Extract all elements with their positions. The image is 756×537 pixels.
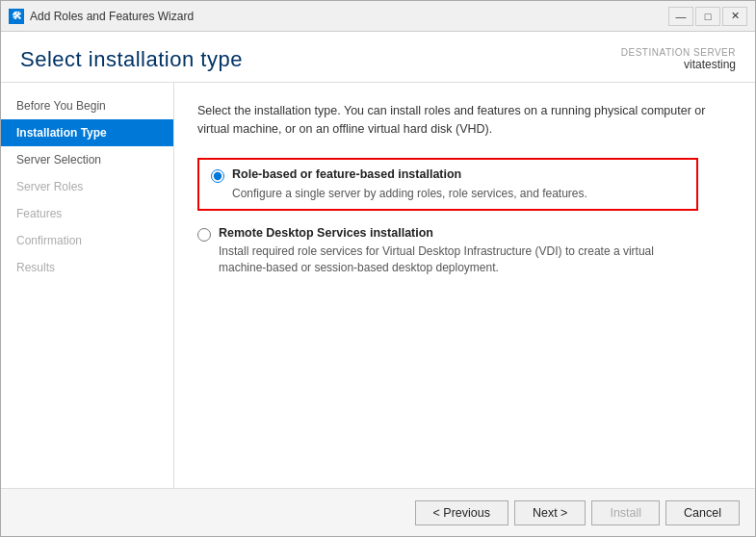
- sidebar-item-results: Results: [1, 254, 173, 281]
- window-title: Add Roles and Features Wizard: [30, 10, 668, 23]
- option-role-based-box: Role-based or feature-based installation…: [197, 158, 698, 212]
- sidebar: Before You Begin Installation Type Serve…: [1, 83, 174, 488]
- window-icon: 🛠: [9, 9, 24, 24]
- option-group: Role-based or feature-based installation…: [197, 158, 732, 276]
- description-text: Select the installation type. You can in…: [197, 102, 732, 139]
- page-header: Select installation type DESTINATION SER…: [1, 32, 755, 83]
- sidebar-item-server-selection[interactable]: Server Selection: [1, 146, 173, 173]
- wizard-window: 🛠 Add Roles and Features Wizard — □ ✕ Se…: [0, 0, 756, 537]
- install-button[interactable]: Install: [591, 500, 660, 525]
- sidebar-item-features: Features: [1, 200, 173, 227]
- maximize-button[interactable]: □: [695, 7, 720, 26]
- sidebar-item-server-roles: Server Roles: [1, 173, 173, 200]
- destination-server-info: DESTINATION SERVER vitatesting: [621, 47, 736, 71]
- option-remote-desktop-row: Remote Desktop Services installation: [197, 226, 732, 242]
- content-area: Select installation type DESTINATION SER…: [1, 32, 755, 536]
- option-role-based-label: Role-based or feature-based installation: [232, 167, 461, 181]
- sidebar-item-confirmation: Confirmation: [1, 227, 173, 254]
- cancel-button[interactable]: Cancel: [665, 500, 740, 525]
- option-role-based-row: Role-based or feature-based installation: [211, 167, 685, 183]
- option-remote-desktop-desc: Install required role services for Virtu…: [219, 243, 681, 276]
- previous-button[interactable]: < Previous: [415, 500, 508, 525]
- window-controls: — □ ✕: [668, 7, 747, 26]
- option-remote-desktop-label: Remote Desktop Services installation: [219, 226, 433, 240]
- destination-label: DESTINATION SERVER: [621, 47, 736, 58]
- sidebar-item-before-you-begin[interactable]: Before You Begin: [1, 92, 173, 119]
- option-role-based-desc: Configure a single server by adding role…: [232, 186, 685, 202]
- option-remote-desktop-radio[interactable]: [197, 228, 211, 242]
- option-remote-desktop: Remote Desktop Services installation Ins…: [197, 226, 732, 276]
- destination-name: vitatesting: [621, 58, 736, 71]
- sidebar-item-installation-type[interactable]: Installation Type: [1, 119, 173, 146]
- page-title: Select installation type: [20, 47, 243, 72]
- close-button[interactable]: ✕: [722, 7, 747, 26]
- minimize-button[interactable]: —: [668, 7, 693, 26]
- footer: < Previous Next > Install Cancel: [1, 488, 755, 536]
- option-role-based-radio[interactable]: [211, 169, 224, 183]
- main-body: Before You Begin Installation Type Serve…: [1, 83, 755, 488]
- main-content: Select the installation type. You can in…: [174, 83, 755, 488]
- next-button[interactable]: Next >: [514, 500, 586, 525]
- title-bar: 🛠 Add Roles and Features Wizard — □ ✕: [1, 1, 755, 32]
- option-role-based: Role-based or feature-based installation…: [197, 158, 732, 212]
